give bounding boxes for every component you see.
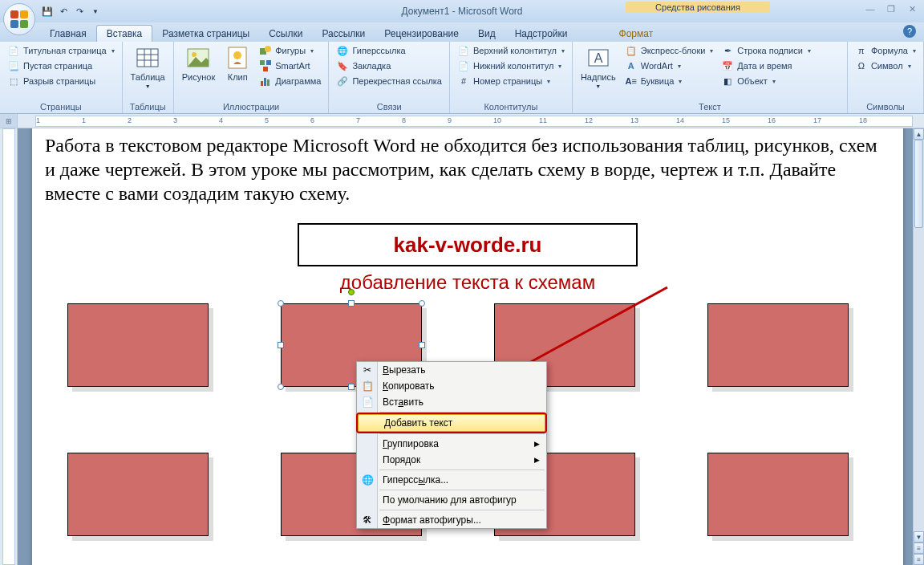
scroll-thumb[interactable]	[914, 140, 923, 228]
save-button[interactable]: 💾	[40, 4, 55, 18]
symbol-button[interactable]: ΩСимвол	[853, 59, 918, 73]
next-page-button[interactable]: ≡	[914, 554, 924, 565]
vertical-ruler[interactable]	[0, 128, 18, 565]
ruler-tick: 14	[676, 116, 684, 124]
pagenum-button[interactable]: #Номер страницы	[455, 74, 567, 88]
ruler-tick: 7	[356, 116, 360, 124]
tab-review[interactable]: Рецензирование	[375, 26, 468, 42]
equation-icon: π	[855, 44, 868, 57]
banner-box[interactable]: kak-v-worde.ru	[298, 223, 638, 266]
picture-icon	[185, 45, 211, 71]
sel-handle[interactable]	[419, 342, 425, 348]
cm-hyperlink[interactable]: 🌐Гиперссылка...	[357, 472, 546, 488]
document-text[interactable]: Работа в текстовом редакторе Microsoft W…	[45, 133, 890, 205]
cm-default[interactable]: По умолчанию для автофигур	[357, 492, 546, 508]
ruler-corner[interactable]: ⊞	[0, 114, 18, 128]
clip-label: Клип	[228, 72, 248, 82]
hyperlink-button[interactable]: 🌐Гиперссылка	[334, 43, 444, 58]
cover-page-button[interactable]: 📄Титульная страница	[5, 43, 117, 58]
dropcap-button[interactable]: A≡Буквица	[622, 74, 716, 88]
horizontal-ruler[interactable]: ⊞ 1123456789101112131415161718	[0, 114, 924, 128]
group-pages-caption: Страницы	[5, 101, 117, 113]
tab-addins[interactable]: Надстройки	[505, 26, 578, 42]
cm-format[interactable]: 🛠Формат автофигуры...	[357, 512, 546, 528]
blank-page-button[interactable]: 📃Пустая страница	[5, 59, 117, 73]
ruler-tick: 8	[402, 116, 406, 124]
cm-grouping[interactable]: Группировка▶	[357, 436, 546, 452]
help-button[interactable]: ?	[903, 25, 916, 38]
cm-copy[interactable]: 📋Копировать	[357, 378, 546, 394]
shape-rect[interactable]	[707, 453, 849, 536]
chart-button[interactable]: Диаграмма	[257, 74, 323, 88]
undo-button[interactable]: ↶	[56, 4, 71, 18]
header-button[interactable]: 📄Верхний колонтитул	[455, 43, 567, 58]
restore-button[interactable]: ❐	[884, 3, 898, 14]
sel-handle[interactable]	[419, 300, 425, 307]
cm-paste[interactable]: 📄Вставить	[357, 394, 546, 410]
ruler-tick: 16	[768, 116, 776, 124]
shape-rect[interactable]	[707, 303, 849, 387]
sel-handle[interactable]	[278, 342, 284, 348]
format-icon: 🛠	[360, 513, 375, 527]
equation-button[interactable]: πФормула	[853, 43, 918, 58]
rotate-handle[interactable]	[348, 289, 355, 295]
context-menu: ✂Вырезать 📋Копировать 📄Вставить Добавить…	[356, 361, 547, 529]
textbox-label: Надпись	[581, 72, 616, 82]
svg-rect-16	[267, 79, 270, 86]
cm-cut[interactable]: ✂Вырезать	[357, 362, 546, 378]
office-button[interactable]	[3, 3, 35, 35]
page-break-button[interactable]: ⬚Разрыв страницы	[5, 74, 117, 88]
tab-layout[interactable]: Разметка страницы	[152, 26, 259, 42]
datetime-button[interactable]: 📅Дата и время	[719, 59, 813, 73]
object-button[interactable]: ◧Объект	[719, 74, 813, 88]
chevron-down-icon: ▼	[145, 83, 151, 89]
scroll-down-button[interactable]: ▼	[914, 531, 924, 543]
textbox-button[interactable]: AНадпись▼	[578, 43, 619, 91]
shape-rect[interactable]	[67, 453, 209, 536]
cm-order[interactable]: Порядок▶	[357, 452, 546, 468]
prev-page-button[interactable]: ≡	[914, 543, 924, 554]
equation-label: Формула	[871, 46, 908, 55]
tab-home[interactable]: Главная	[40, 26, 96, 42]
table-button[interactable]: Таблица ▼	[128, 43, 168, 91]
vertical-scrollbar[interactable]: ▲ ▼ ≡ ≡	[913, 128, 924, 565]
qat-customize[interactable]: ▼	[88, 4, 103, 18]
quick-access-toolbar: 💾 ↶ ↷ ▼	[40, 4, 103, 18]
title-bar: 💾 ↶ ↷ ▼ Документ1 - Microsoft Word Средс…	[0, 0, 924, 22]
footer-button[interactable]: 📄Нижний колонтитул	[455, 59, 567, 73]
scroll-up-button[interactable]: ▲	[914, 128, 924, 140]
sigline-label: Строка подписи	[737, 46, 802, 55]
wordart-button[interactable]: AWordArt	[622, 59, 716, 73]
sel-handle[interactable]	[278, 384, 284, 390]
scroll-track[interactable]	[914, 140, 924, 531]
shapes-button[interactable]: Фигуры	[257, 43, 323, 58]
minimize-button[interactable]: —	[863, 3, 877, 14]
hyperlink-icon: 🌐	[336, 44, 349, 57]
cm-add-text[interactable]: Добавить текст	[358, 414, 545, 432]
blank-page-label: Пустая страница	[23, 61, 92, 71]
chart-label: Диаграмма	[275, 76, 321, 86]
redo-button[interactable]: ↷	[72, 4, 87, 18]
tab-references[interactable]: Ссылки	[259, 26, 312, 42]
symbol-label: Символ	[871, 61, 903, 71]
smartart-button[interactable]: SmartArt	[257, 59, 323, 73]
quickparts-button[interactable]: 📋Экспресс-блоки	[622, 43, 716, 58]
svg-point-8	[233, 51, 241, 59]
tab-view[interactable]: Вид	[468, 26, 505, 42]
sel-handle[interactable]	[348, 300, 355, 307]
tab-format[interactable]: Формат	[610, 26, 663, 42]
sel-handle[interactable]	[278, 300, 284, 307]
clip-button[interactable]: Клип	[221, 43, 253, 83]
bookmark-button[interactable]: 🔖Закладка	[334, 59, 444, 73]
tab-insert[interactable]: Вставка	[96, 25, 153, 42]
tab-mailings[interactable]: Рассылки	[312, 26, 375, 42]
sel-handle[interactable]	[348, 384, 355, 390]
sigline-button[interactable]: ✒Строка подписи	[719, 43, 813, 58]
group-pages: 📄Титульная страница 📃Пустая страница ⬚Ра…	[0, 42, 123, 113]
picture-button[interactable]: Рисунок	[179, 43, 219, 83]
close-button[interactable]: ✕	[905, 3, 919, 14]
quickparts-label: Экспресс-блоки	[641, 46, 706, 55]
shape-rect[interactable]	[67, 303, 209, 387]
crossref-button[interactable]: 🔗Перекрестная ссылка	[334, 74, 444, 88]
wordart-icon: A	[625, 59, 638, 72]
